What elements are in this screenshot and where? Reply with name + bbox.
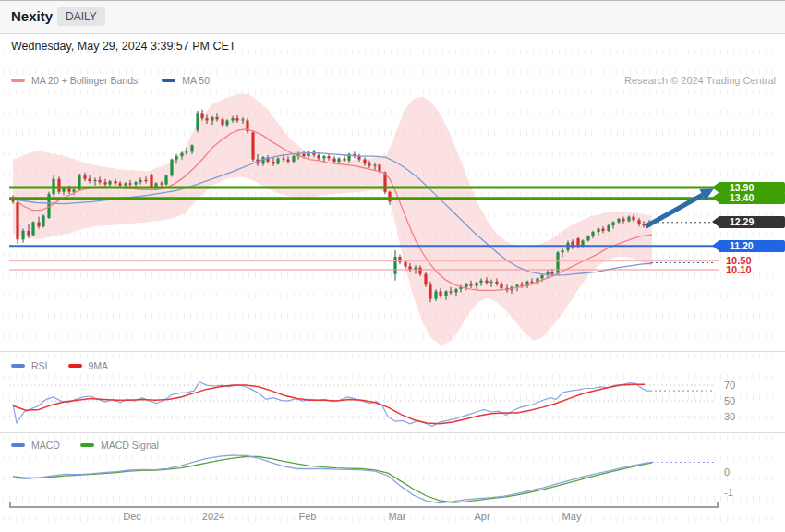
time-axis-bracket — [10, 502, 718, 507]
candle — [164, 175, 167, 184]
candle — [576, 238, 579, 246]
candle — [103, 182, 106, 184]
candle — [627, 217, 630, 222]
candle — [93, 180, 96, 181]
candle — [327, 156, 330, 158]
macd-line — [13, 455, 652, 503]
candle — [418, 268, 421, 274]
candle — [530, 282, 533, 283]
candle — [424, 274, 427, 285]
candle — [282, 159, 284, 160]
candle — [434, 291, 437, 298]
candle — [160, 183, 163, 184]
candle — [469, 284, 472, 285]
candle — [373, 165, 376, 166]
candle — [37, 223, 40, 227]
candle — [465, 284, 467, 287]
candle — [241, 119, 244, 120]
candle — [597, 229, 599, 233]
candle — [485, 281, 488, 283]
candle — [556, 252, 559, 273]
candle — [170, 160, 173, 176]
candle — [540, 275, 543, 279]
candle — [607, 225, 610, 231]
chart-canvas[interactable] — [0, 1, 785, 532]
candle — [180, 153, 183, 157]
candle — [272, 162, 274, 163]
bollinger-band-area — [13, 93, 652, 345]
candle — [337, 159, 340, 163]
candle — [343, 159, 345, 161]
candle — [185, 151, 187, 152]
candle — [332, 159, 335, 163]
candle — [62, 188, 65, 192]
candle — [302, 154, 305, 156]
candle — [16, 203, 18, 240]
trading-central-chart-widget: Nexity DAILY Wednesday, May 29, 2024 3:3… — [0, 0, 785, 532]
candle — [88, 179, 91, 181]
candle — [363, 160, 366, 164]
candle — [200, 113, 203, 118]
candle — [98, 180, 101, 182]
candle — [404, 262, 406, 267]
candle — [429, 284, 431, 298]
candle — [211, 117, 213, 121]
candle — [393, 257, 396, 274]
candle — [611, 223, 614, 226]
candle — [175, 156, 177, 160]
candle — [251, 132, 254, 159]
candle — [128, 183, 131, 184]
candle — [292, 156, 295, 162]
candle — [83, 175, 86, 179]
candle — [190, 145, 193, 151]
candle — [439, 291, 441, 296]
candle — [261, 157, 264, 163]
candle — [118, 183, 121, 185]
candle — [378, 165, 380, 172]
candle — [150, 175, 152, 187]
candle — [368, 163, 370, 165]
candle — [444, 291, 447, 296]
candle — [561, 250, 563, 252]
candle — [236, 118, 238, 120]
candle — [479, 281, 482, 283]
candle — [215, 117, 218, 119]
candle — [617, 219, 620, 223]
candle — [57, 179, 60, 192]
candle — [134, 182, 137, 184]
candle — [388, 192, 391, 202]
candle — [622, 219, 624, 221]
candle — [637, 220, 640, 224]
candle — [322, 156, 325, 158]
candle — [27, 231, 30, 236]
macd-signal-line — [13, 457, 652, 503]
candle — [591, 232, 594, 236]
candle — [550, 272, 553, 273]
candle — [286, 160, 289, 162]
candle — [454, 289, 457, 293]
candle — [225, 121, 228, 126]
candle — [601, 229, 604, 231]
candle — [586, 236, 589, 241]
candle — [124, 183, 127, 185]
candle — [495, 282, 498, 284]
candle — [114, 181, 116, 183]
candle — [489, 282, 492, 283]
candle — [317, 155, 320, 159]
candle — [205, 118, 208, 120]
candle — [139, 180, 141, 182]
candle — [31, 223, 34, 236]
candle — [67, 188, 70, 192]
rsi-9ma-line — [13, 384, 645, 424]
candle — [500, 284, 502, 288]
candle — [475, 283, 477, 286]
candle — [632, 217, 634, 221]
candle — [42, 216, 44, 227]
candle — [449, 291, 452, 292]
candle — [72, 189, 75, 191]
candle — [276, 159, 279, 164]
candle — [196, 113, 199, 130]
candle — [144, 180, 147, 181]
candle — [408, 267, 411, 271]
candle — [231, 118, 234, 120]
